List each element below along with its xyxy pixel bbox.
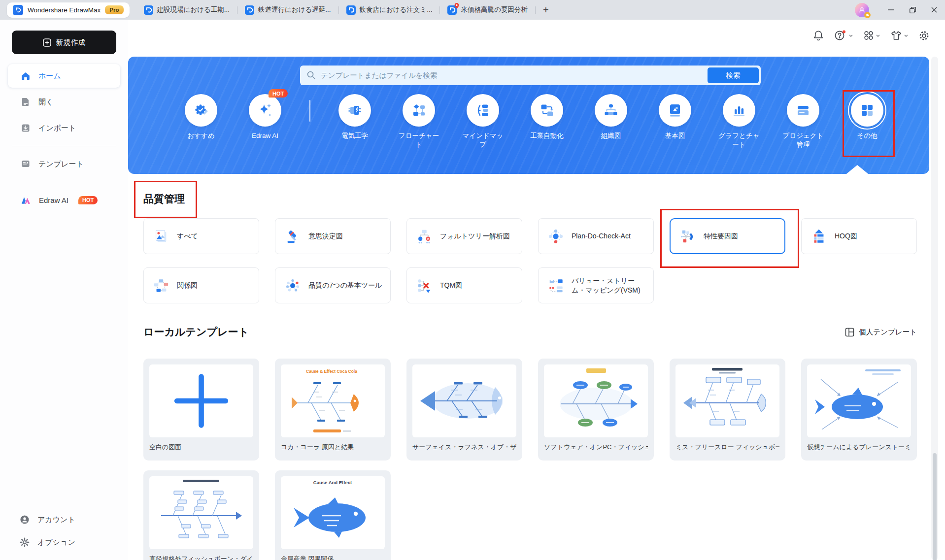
settings-gear-icon — [918, 30, 930, 41]
seven-tools-icon — [284, 277, 301, 294]
open-file-icon — [21, 97, 31, 107]
apps-menu-button[interactable] — [863, 30, 880, 41]
fishbone-thumbnail — [149, 476, 253, 549]
template-card-virtual-teams[interactable]: 仮想チームによるブレーンストーミング... — [801, 359, 917, 461]
template-label: 金属産業 因果関係 — [281, 555, 385, 560]
document-icon — [245, 5, 254, 15]
main-content: 検索 おすすめ HOT Edraw AI — [128, 20, 945, 560]
quality-template-grid: すべて 意思決定図 フォルトツリー解析図 Plan-Do-Check-Act 特… — [143, 218, 917, 303]
template-card-surface-roughness[interactable]: サーフェイス・ラフネス・オブ・ザ・カット... — [406, 359, 522, 461]
options-button[interactable]: オプション — [20, 537, 75, 547]
help-menu-button[interactable] — [834, 30, 853, 41]
category-edraw-ai[interactable]: HOT Edraw AI — [236, 94, 295, 140]
document-icon — [144, 5, 153, 15]
template-category-banner: 検索 おすすめ HOT Edraw AI — [128, 57, 929, 174]
quality-card-tqm[interactable]: TQM図 — [406, 267, 522, 303]
quality-card-fishbone-selected[interactable]: 特性要因図 — [670, 218, 785, 254]
options-label: オプション — [37, 538, 75, 547]
template-card-diameter-spec[interactable]: 直径規格外フィッシュボーン・ダイア... — [143, 470, 259, 560]
template-card-missed-freethrow[interactable]: ミス・フリースロー フィッシュボーン ダ... — [670, 359, 785, 461]
top-icon-row — [813, 30, 930, 41]
template-card-coca-cola[interactable]: Cause & Effect Coca Cola コカ・コーラ 原因と結果 — [275, 359, 391, 461]
quality-card-fault-tree[interactable]: フォルトツリー解析図 — [406, 218, 522, 254]
close-button[interactable] — [923, 0, 945, 20]
category-flowchart[interactable]: フローチャート — [389, 94, 448, 149]
category-basic-diagram[interactable]: 基本図 — [645, 94, 705, 140]
plus-square-icon — [43, 38, 51, 47]
tab-document-2[interactable]: 鉄道運行における遅延... — [237, 0, 338, 20]
personal-templates-link[interactable]: 個人テンプレート — [845, 328, 917, 337]
personal-templates-icon — [845, 328, 854, 337]
new-tab-button[interactable]: + — [539, 2, 553, 17]
quality-card-vsm[interactable]: バリュー・ストリーム・マッピング(VSM) — [538, 267, 654, 303]
sidebar-item-templates[interactable]: テンプレート — [8, 152, 120, 176]
quality-card-label: TQM図 — [440, 281, 462, 290]
category-recommended[interactable]: おすすめ — [171, 94, 231, 140]
sidebar-item-import[interactable]: インポート — [8, 116, 120, 140]
template-card-blank[interactable]: 空白の図面 — [143, 359, 259, 461]
sidebar-item-home[interactable]: ホーム — [8, 64, 120, 88]
category-industrial-automation[interactable]: 工業自動化 — [517, 94, 576, 140]
svg-text:Cause & Effect Coca Cola: Cause & Effect Coca Cola — [306, 369, 357, 374]
quality-card-pdca[interactable]: Plan-Do-Check-Act — [538, 218, 654, 254]
category-mindmap[interactable]: マインドマップ — [453, 94, 512, 149]
sidebar-divider — [12, 146, 116, 146]
document-icon — [346, 5, 356, 15]
quality-card-decision[interactable]: 意思決定図 — [275, 218, 391, 254]
category-org-chart[interactable]: 組織図 — [581, 94, 641, 140]
fishbone-thumbnail: Cause & Effect Coca Cola — [281, 364, 385, 437]
minimize-button[interactable] — [880, 0, 902, 20]
hot-badge: HOT — [269, 89, 288, 98]
local-templates-header: ローカルテンプレート 個人テンプレート — [143, 325, 917, 339]
industrial-automation-icon — [539, 102, 555, 118]
search-button[interactable]: 検索 — [708, 67, 759, 83]
quality-card-all[interactable]: すべて — [143, 218, 259, 254]
theme-menu-button[interactable] — [890, 30, 908, 41]
bell-icon — [813, 30, 824, 41]
notifications-button[interactable] — [813, 30, 824, 41]
quality-section-title: 品質管理 — [143, 192, 185, 206]
sidebar-item-open[interactable]: 開く — [8, 90, 120, 114]
sidebar: 新規作成 ホーム 開く インポート テンプレート — [0, 20, 128, 560]
category-project-management[interactable]: プロジェクト管理 — [774, 94, 833, 149]
bar-chart-icon — [731, 102, 747, 118]
template-label: ソフトウェア・オンPC・フィッシュボーン... — [544, 443, 648, 452]
quality-card-seven-tools[interactable]: 品質の7つの基本ツール — [275, 267, 391, 303]
quality-card-hoq[interactable]: HOQ図 — [801, 218, 917, 254]
sidebar-item-label: テンプレート — [38, 160, 84, 169]
titlebar: Wondershare EdrawMax Pro 建設現場における工期... 鉄… — [0, 0, 945, 20]
tab-document-1[interactable]: 建設現場における工期... — [136, 0, 237, 20]
template-label: 仮想チームによるブレーンストーミング... — [807, 443, 911, 452]
home-icon — [21, 71, 31, 81]
scrollbar-thumb[interactable] — [933, 453, 937, 560]
sidebar-item-label: ホーム — [38, 71, 61, 81]
search-input[interactable] — [300, 66, 761, 85]
template-label: 直径規格外フィッシュボーン・ダイア... — [149, 555, 253, 560]
avatar[interactable] — [855, 3, 869, 17]
tab-separator — [535, 6, 536, 14]
tqm-icon — [416, 277, 433, 294]
sidebar-item-label: 開く — [38, 98, 53, 107]
fishbone-thumbnail — [807, 364, 911, 437]
settings-button[interactable] — [918, 30, 930, 41]
local-template-grid: 空白の図面 Cause & Effect Coca Cola — [143, 359, 917, 560]
chevron-down-icon — [876, 34, 880, 37]
account-button[interactable]: アカウント — [20, 515, 75, 525]
tab-home-active[interactable]: Wondershare EdrawMax Pro — [7, 2, 130, 18]
new-document-button[interactable]: 新規作成 — [12, 31, 116, 54]
tab-document-4-active-doc[interactable]: 米価格高騰の要因分析 — [440, 0, 535, 20]
template-card-metal-industry[interactable]: Cause And Effect 金属産業 因果関係 — [275, 470, 391, 560]
template-label: サーフェイス・ラフネス・オブ・ザ・カット... — [412, 443, 516, 452]
category-graphs-charts[interactable]: グラフとチャート — [709, 94, 769, 149]
chevron-down-icon — [904, 34, 908, 37]
tab-document-3[interactable]: 飲食店における注文ミ... — [339, 0, 440, 20]
category-electrical[interactable]: 電気工学 — [325, 94, 384, 140]
mindmap-icon — [475, 102, 491, 118]
maximize-restore-button[interactable] — [902, 0, 923, 20]
category-others-selected[interactable]: その他 — [838, 94, 897, 140]
template-card-software-pc[interactable]: ソフトウェア・オンPC・フィッシュボーン... — [538, 359, 654, 461]
all-templates-icon — [153, 228, 169, 245]
sidebar-item-edraw-ai[interactable]: Edraw AI HOT — [8, 188, 120, 212]
quality-card-relations[interactable]: 関係図 — [143, 267, 259, 303]
tshirt-icon — [890, 30, 902, 41]
